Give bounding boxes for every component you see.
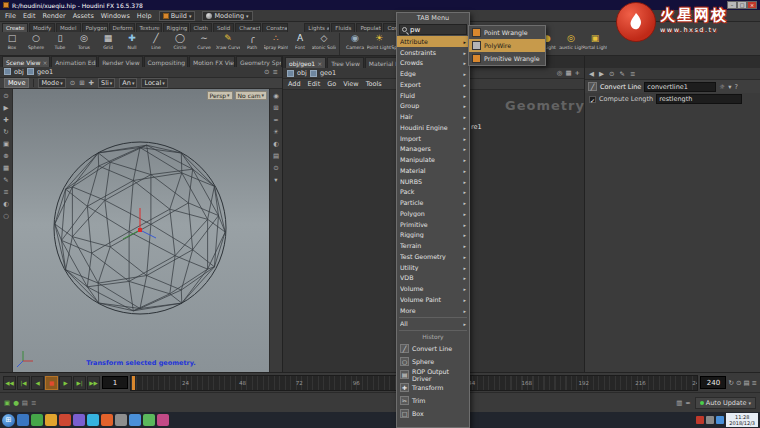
breadcrumb-geo1[interactable]: geo1 <box>320 69 336 77</box>
grid-toggle-icon[interactable]: ⊞ <box>273 104 278 113</box>
param-menu-icon[interactable]: ≡ <box>630 70 635 78</box>
shelf-tool-point-light[interactable]: ☀Point Light <box>367 32 391 56</box>
message-log-icon[interactable]: ≡ <box>31 399 36 407</box>
submenu-item-primitive-wrangle[interactable]: Primitive Wrangle <box>469 52 545 65</box>
tabmenu-item-polygon[interactable]: Polygon <box>397 208 469 219</box>
shelf-tool-grid[interactable]: ▦Grid <box>96 32 120 56</box>
tabmenu-item-nurbs[interactable]: NURBS <box>397 176 469 187</box>
tabmenu-history-convert-line[interactable]: ╱Convert Line <box>397 342 469 355</box>
taskbar-app-10[interactable] <box>143 414 155 426</box>
tabmenu-item-manipulate[interactable]: Manipulate <box>397 154 469 165</box>
next-frame-button[interactable]: ▶| <box>73 376 86 390</box>
tabmenu-item-managers[interactable]: Managers <box>397 144 469 155</box>
network-menu-view[interactable]: View <box>343 80 358 88</box>
tabmenu-history-box[interactable]: □Box <box>397 407 469 420</box>
play-reverse-button[interactable]: ◀ <box>31 376 44 390</box>
tabmenu-item-edge[interactable]: Edge <box>397 68 469 79</box>
snapshot-icon[interactable]: ⊙ <box>273 164 278 173</box>
smooth-shading-icon[interactable]: ≈ <box>273 116 278 125</box>
tabmenu-item-volume[interactable]: Volume <box>397 283 469 294</box>
shelf-tab-constraints[interactable]: Constraints <box>262 23 288 32</box>
taskbar-app-2[interactable] <box>31 414 43 426</box>
tab-menu-search[interactable]: pw <box>399 24 467 35</box>
camera-selector[interactable]: No cam <box>235 91 267 100</box>
tray-icon-1[interactable] <box>696 416 704 424</box>
lighting-icon[interactable]: ☀ <box>273 128 279 137</box>
local-dropdown[interactable]: Local <box>141 78 167 88</box>
network-menu-go[interactable]: Go <box>327 80 336 88</box>
shade-mode-icon[interactable]: ◐ <box>3 200 9 209</box>
view-tool-icon[interactable]: ⊙ <box>3 92 8 101</box>
tabmenu-item-rigging[interactable]: Rigging <box>397 230 469 241</box>
tabmenu-item-constraints[interactable]: Constraints <box>397 47 469 58</box>
network-menu-tools[interactable]: Tools <box>366 80 382 88</box>
taskbar-app-3[interactable] <box>45 414 57 426</box>
wireframe-icon[interactable]: ○ <box>3 212 9 221</box>
tabmenu-item-attribute[interactable]: Attribute <box>397 36 469 47</box>
help-icon[interactable]: ? <box>734 83 737 91</box>
sli-dropdown[interactable]: Sli <box>98 78 115 88</box>
taskbar-app-4[interactable] <box>59 414 71 426</box>
taskbar-app-1[interactable] <box>17 414 29 426</box>
submenu-item-polywire[interactable]: PolyWire <box>469 39 545 52</box>
menu-file[interactable]: File <box>5 12 16 20</box>
shelf-tool-portal-light[interactable]: ▣Portal Light <box>583 32 607 56</box>
auto-update-selector[interactable]: Auto Update <box>695 397 756 409</box>
shelf-tab-create[interactable]: Create <box>2 23 28 32</box>
tabmenu-item-export[interactable]: Export <box>397 79 469 90</box>
shelf-tab-lights-and-cameras[interactable]: Lights and Cameras <box>304 23 330 32</box>
breadcrumb-geo1[interactable]: geo1 <box>37 68 53 76</box>
performance-icon[interactable]: ≈ <box>685 399 690 407</box>
playbar-menu-icon[interactable]: ≡ <box>752 379 757 387</box>
gear-icon[interactable]: ☼ <box>719 83 725 91</box>
active-tool-label[interactable]: Move <box>4 78 29 88</box>
camera-icon[interactable]: ◉ <box>273 92 279 101</box>
tabmenu-history-transform[interactable]: ✚Transform <box>397 381 469 394</box>
path-menu-icon[interactable]: ≡ <box>273 68 278 76</box>
shelf-tab-solid[interactable]: Solid <box>213 23 234 32</box>
mode-dropdown[interactable]: Mode <box>38 78 65 88</box>
shelf-tab-rigging[interactable]: Rigging <box>163 23 189 32</box>
compute-length-checkbox[interactable]: ✓ <box>589 96 596 103</box>
parameter-value-field[interactable]: restlength <box>656 94 742 104</box>
pane-tab-motion-fx-view[interactable]: Motion FX View <box>189 56 235 67</box>
display-options-icon[interactable]: ▤ <box>273 152 279 161</box>
tabmenu-item-vdb[interactable]: VDB <box>397 273 469 284</box>
tabmenu-history-trim[interactable]: ✂Trim <box>397 394 469 407</box>
view-type-selector[interactable]: Persp <box>207 91 233 100</box>
breadcrumb-obj[interactable]: obj <box>14 68 24 76</box>
menu-edit[interactable]: Edit <box>23 12 36 20</box>
shelf-tool-torus[interactable]: ◎Torus <box>72 32 96 56</box>
menu-help[interactable]: Help <box>137 12 152 20</box>
tabmenu-item-test-geometry[interactable]: Test Geometry <box>397 251 469 262</box>
submenu-item-point-wrangle[interactable]: Point Wrangle <box>469 26 545 39</box>
tabmenu-item-houdini-engine[interactable]: Houdini Engine <box>397 122 469 133</box>
cook-indicator-icon[interactable]: ▣ <box>4 399 10 407</box>
multi-transform-icon[interactable]: ✚ <box>89 79 94 87</box>
rewind-button[interactable]: ◀◀ <box>3 376 16 390</box>
an-dropdown[interactable]: An <box>119 78 137 88</box>
tabmenu-item-crowds[interactable]: Crowds <box>397 58 469 69</box>
handles-tool-icon[interactable]: ⊕ <box>3 152 8 161</box>
network-overview-icon[interactable]: ▦ <box>565 69 571 77</box>
tabmenu-item-particle[interactable]: Particle <box>397 197 469 208</box>
snap-toggle-icon[interactable]: ⊙ <box>70 79 75 87</box>
shelf-tab-deform[interactable]: Deform <box>109 23 135 32</box>
prev-keyframe-button[interactable]: |◀ <box>17 376 30 390</box>
tabmenu-item-import[interactable]: Import <box>397 133 469 144</box>
viewport[interactable]: Persp No cam Transform selected geometry… <box>13 89 269 372</box>
tabmenu-item-more[interactable]: More <box>397 305 469 316</box>
loop-mode-icon[interactable]: ↻ <box>728 379 733 387</box>
forward-icon[interactable]: ▶ <box>599 70 604 78</box>
fast-forward-button[interactable]: ▶▶ <box>87 376 100 390</box>
tabmenu-item-hair[interactable]: Hair <box>397 111 469 122</box>
select-tool-icon[interactable]: ▶ <box>4 104 9 113</box>
pane-tab-compositing[interactable]: Compositing <box>144 56 188 67</box>
wireframe-sphere[interactable] <box>13 89 269 370</box>
shelf-tool-path[interactable]: ╭Path <box>240 32 264 56</box>
shelf-tool-caustic-light[interactable]: ◎Caustic Light <box>559 32 583 56</box>
shelf-tool-sphere[interactable]: ○Sphere <box>24 32 48 56</box>
pane-tab-animation-editor[interactable]: Animation Editor <box>51 56 97 67</box>
tabmenu-item-terrain[interactable]: Terrain <box>397 240 469 251</box>
tabmenu-item-group[interactable]: Group <box>397 101 469 112</box>
